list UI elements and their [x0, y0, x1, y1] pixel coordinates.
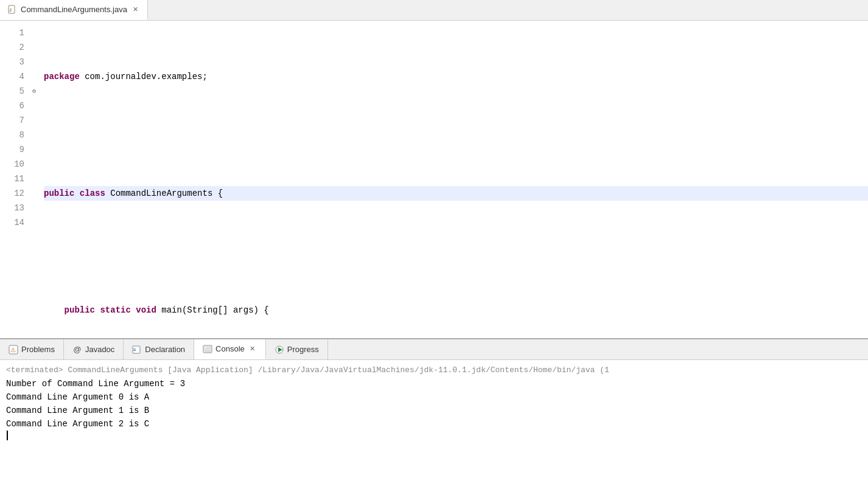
console-line-2: Command Line Argument 0 is A	[6, 390, 862, 404]
line-num-12: 12	[5, 186, 24, 201]
svg-text:≡: ≡	[133, 347, 136, 353]
line-num-14: 14	[5, 215, 24, 230]
gutter-12	[29, 186, 39, 201]
editor-tab-close[interactable]: ✕	[131, 5, 140, 14]
gutter-6	[29, 99, 39, 113]
line-num-3: 3	[5, 55, 24, 69]
line-num-11: 11	[5, 171, 24, 186]
gutter-1	[29, 26, 39, 40]
gutter-9	[29, 142, 39, 157]
tab-progress-label: Progress	[287, 345, 319, 354]
console-cursor-line	[6, 431, 862, 440]
problems-icon: ⚠	[9, 345, 18, 355]
gutter-11	[29, 171, 39, 186]
line-num-6: 6	[5, 99, 24, 113]
tab-problems[interactable]: ⚠ Problems	[0, 339, 64, 359]
console-terminated-line: <terminated> CommandLineArguments [Java …	[6, 364, 862, 377]
tab-console-label: Console	[215, 344, 245, 353]
gutter-7	[29, 113, 39, 128]
code-content[interactable]: package com.journaldev.examples; public …	[39, 21, 868, 338]
java-file-icon: J	[7, 5, 17, 15]
line-num-7: 7	[5, 113, 24, 128]
gutter-8	[29, 128, 39, 142]
bottom-panel: ⚠ Problems @ Javadoc ≡ Declaration	[0, 338, 868, 478]
gutter-10	[29, 157, 39, 171]
editor-tab[interactable]: J CommandLineArguments.java ✕	[0, 0, 148, 20]
gutter-2	[29, 40, 39, 55]
svg-text:J: J	[9, 8, 12, 12]
console-cursor	[7, 431, 8, 440]
gutter-14	[29, 215, 39, 230]
svg-text:⚠: ⚠	[10, 347, 16, 353]
editor-tab-label: CommandLineArguments.java	[21, 5, 127, 14]
editor-tab-bar: J CommandLineArguments.java ✕	[0, 0, 868, 21]
tab-declaration[interactable]: ≡ Declaration	[124, 339, 194, 359]
line-num-2: 2	[5, 40, 24, 55]
line-numbers: 1 2 3 4 5 6 7 8 9 10 11 12 13 14	[0, 21, 29, 338]
tab-problems-label: Problems	[21, 345, 55, 354]
tab-javadoc-label: Javadoc	[85, 345, 114, 354]
code-area: 1 2 3 4 5 6 7 8 9 10 11 12 13 14	[0, 21, 868, 338]
console-output: <terminated> CommandLineArguments [Java …	[0, 360, 868, 478]
code-line-4	[44, 244, 868, 259]
gutter-3	[29, 55, 39, 69]
line-num-10: 10	[5, 157, 24, 171]
declaration-icon: ≡	[132, 345, 142, 355]
code-line-3: public class CommandLineArguments {	[44, 186, 868, 201]
line-num-5: 5	[5, 84, 24, 99]
line-num-9: 9	[5, 142, 24, 157]
console-line-3: Command Line Argument 1 is B	[6, 404, 862, 417]
fold-gutter: ⊖	[29, 21, 39, 338]
tab-javadoc[interactable]: @ Javadoc	[64, 339, 124, 359]
console-line-1: Number of Command Line Argument = 3	[6, 377, 862, 390]
code-line-2	[44, 128, 868, 142]
progress-icon	[275, 345, 284, 355]
console-tab-close[interactable]: ✕	[248, 344, 257, 353]
tab-declaration-label: Declaration	[145, 345, 185, 354]
svg-text:⬜: ⬜	[205, 346, 211, 352]
tab-console[interactable]: ⬜ Console ✕	[194, 339, 266, 359]
console-line-4: Command Line Argument 2 is C	[6, 417, 862, 431]
line-num-13: 13	[5, 201, 24, 215]
line-num-8: 8	[5, 128, 24, 142]
tab-progress[interactable]: Progress	[266, 339, 328, 359]
line-num-1: 1	[5, 26, 24, 40]
gutter-13	[29, 201, 39, 215]
gutter-5[interactable]: ⊖	[29, 84, 39, 99]
panel-tab-bar: ⚠ Problems @ Javadoc ≡ Declaration	[0, 339, 868, 360]
code-line-1: package com.journaldev.examples;	[44, 69, 868, 84]
line-num-4: 4	[5, 69, 24, 84]
gutter-4	[29, 69, 39, 84]
javadoc-icon: @	[72, 345, 82, 355]
code-line-5: public static void main(String[] args) {	[44, 303, 868, 317]
console-icon: ⬜	[203, 344, 212, 354]
